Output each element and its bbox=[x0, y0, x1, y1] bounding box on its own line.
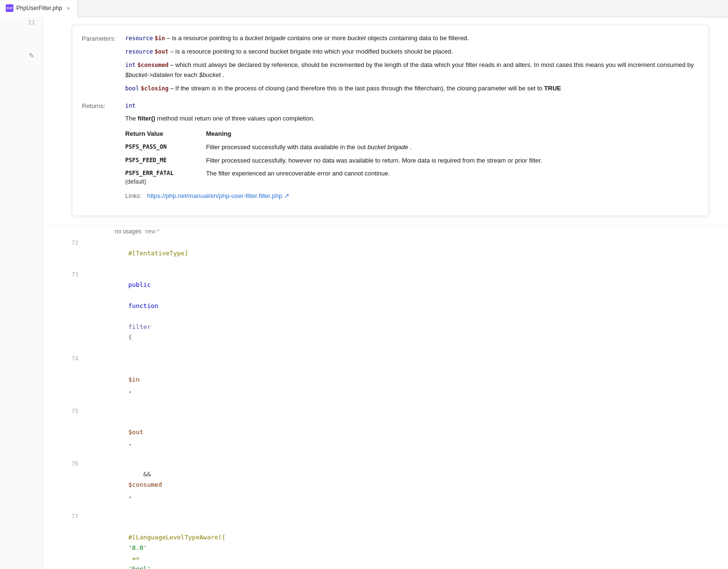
param1-desc2: contains one or more bbox=[287, 34, 348, 42]
returns-row: Returns: int The filter() method must re… bbox=[82, 100, 699, 208]
table-row: PSFS_ERR_FATAL (default) The filter expe… bbox=[125, 167, 699, 188]
row3-desc: The filter experienced an unrecoverable … bbox=[206, 167, 699, 188]
param3-italic3: $bucket bbox=[199, 71, 221, 78]
code-line-77: 77 #[LanguageLevelTypeAware([ '8.0' => '… bbox=[43, 511, 728, 569]
tab-bar: PHP PhpUserFilter.php × bbox=[0, 0, 728, 17]
content-area[interactable]: Parameters: resource $in – is a resource… bbox=[43, 17, 728, 569]
param4-type: bool bbox=[125, 85, 139, 92]
table-row: PSFS_PASS_ON Filter processed successful… bbox=[125, 141, 699, 154]
returns-type: int bbox=[125, 102, 136, 109]
param1-desc: – is a resource pointing to a bbox=[167, 34, 245, 42]
col-meaning: Meaning bbox=[206, 127, 699, 141]
doc-link[interactable]: https://php.net/manual/en/php-user-filte… bbox=[147, 192, 289, 199]
param3-desc: – which must bbox=[170, 61, 208, 68]
row1-desc: Filter processed successfully with data … bbox=[206, 141, 699, 154]
param1-type: resource bbox=[125, 35, 153, 42]
returns-desc: The bbox=[125, 115, 138, 122]
returns-content: int The filter() method must return one … bbox=[125, 100, 699, 208]
php-file-icon: PHP bbox=[6, 4, 13, 12]
param2-var: $out bbox=[154, 48, 168, 55]
code-line-76: 76 && $consumed , bbox=[43, 459, 728, 511]
returns-label: Returns: bbox=[82, 100, 125, 208]
param3-desc3: for each bbox=[175, 71, 199, 78]
param2-desc: – is a resource pointing to a second buc… bbox=[170, 48, 453, 55]
col-return-value: Return Value bbox=[125, 127, 206, 141]
returns-method: filter() bbox=[138, 115, 155, 122]
return-value-table: Return Value Meaning PSFS_PASS_ON Filter… bbox=[125, 127, 699, 188]
param1-italic2: bucket bbox=[348, 34, 366, 42]
main-layout: 21 ✎ Parameters: resource $in bbox=[0, 17, 728, 569]
no-usages-bar: no usages new * bbox=[43, 226, 728, 237]
param2-type: resource bbox=[125, 48, 153, 55]
line-content-72: #[TentativeType] bbox=[86, 238, 728, 269]
line-content-73: public function filter ( bbox=[86, 269, 728, 353]
code-line-73: 73 public function filter ( bbox=[43, 269, 728, 353]
left-gutter: 21 ✎ bbox=[0, 17, 43, 569]
code-line-74: 74 $in , bbox=[43, 353, 728, 406]
no-usages-text: no usages bbox=[115, 228, 141, 235]
edit-icon[interactable]: ✎ bbox=[29, 52, 34, 59]
param3-italic: always bbox=[208, 61, 227, 68]
links-label: Links: bbox=[125, 192, 142, 199]
param4-desc: – If the stream is in the process of clo… bbox=[170, 85, 544, 92]
tab-filename: PhpUserFilter.php bbox=[16, 5, 62, 11]
params-content: resource $in – is a resource pointing to… bbox=[125, 33, 699, 100]
param4-var: $closing bbox=[141, 85, 168, 92]
line-content-77: #[LanguageLevelTypeAware([ '8.0' => 'boo… bbox=[86, 511, 728, 569]
params-row: Parameters: resource $in – is a resource… bbox=[82, 33, 699, 100]
line-content-74: $in , bbox=[86, 353, 728, 406]
row2-desc: Filter processed successfully, however n… bbox=[206, 154, 699, 167]
code-line-72: 72 #[TentativeType] bbox=[43, 238, 728, 269]
returns-desc2: method must return one of three values u… bbox=[157, 115, 315, 122]
file-tab[interactable]: PHP PhpUserFilter.php × bbox=[0, 0, 78, 17]
row1-val: PSFS_PASS_ON bbox=[125, 141, 206, 154]
new-star-text: new * bbox=[145, 228, 159, 235]
row3-val: PSFS_ERR_FATAL (default) bbox=[125, 167, 206, 188]
code-editor: 72 #[TentativeType] 73 public function f… bbox=[43, 238, 728, 569]
param1-var: $in bbox=[154, 35, 165, 42]
line-content-75: $out , bbox=[86, 406, 728, 459]
code-line-75: 75 $out , bbox=[43, 406, 728, 459]
param3-desc4: . bbox=[222, 71, 224, 78]
line-num-74: 74 bbox=[43, 353, 86, 406]
line-num-72: 72 bbox=[43, 238, 86, 269]
table-row: PSFS_FEED_ME Filter processed successful… bbox=[125, 154, 699, 167]
tab-close-button[interactable]: × bbox=[65, 5, 72, 11]
line-num-76: 76 bbox=[43, 459, 86, 511]
line-num-75: 75 bbox=[43, 406, 86, 459]
param3-desc2: be declared by reference, should be incr… bbox=[229, 61, 694, 68]
param1-italic1: bucket brigade bbox=[245, 34, 286, 42]
line-number-21: 21 bbox=[0, 17, 43, 28]
param1-desc3: objects containing data to be filtered. bbox=[367, 34, 469, 42]
doc-popup: Parameters: resource $in – is a resource… bbox=[72, 25, 709, 216]
params-label: Parameters: bbox=[82, 33, 125, 100]
param3-type: int bbox=[125, 62, 136, 68]
line-num-77: 77 bbox=[43, 511, 86, 569]
line-content-76: && $consumed , bbox=[86, 459, 728, 511]
param3-var: $consumed bbox=[137, 62, 168, 68]
line-num-73: 73 bbox=[43, 269, 86, 353]
param4-bold: TRUE bbox=[544, 85, 561, 92]
param3-italic2: $bucket->datalen bbox=[125, 71, 173, 78]
row2-val: PSFS_FEED_ME bbox=[125, 154, 206, 167]
